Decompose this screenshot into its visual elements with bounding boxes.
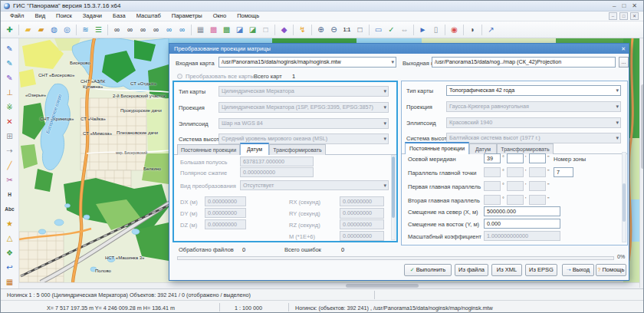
first-deg-field[interactable]	[484, 181, 501, 191]
open-map-icon[interactable]: ▰	[21, 24, 34, 36]
select-frame-icon[interactable]: ⊞	[2, 129, 18, 143]
tab-constant-projections[interactable]: Постоянные проекции	[177, 144, 240, 155]
text-tool-icon[interactable]: Abc	[2, 202, 18, 216]
nav-point-icon[interactable]: ↗	[485, 24, 498, 36]
open-site-icon[interactable]: ▰	[34, 24, 48, 36]
edit-object-icon[interactable]: ✎	[2, 56, 18, 71]
menu-view[interactable]: Вид	[30, 12, 50, 21]
cut-object-icon[interactable]: ✂	[2, 173, 18, 187]
menu-file[interactable]: Файл	[5, 12, 28, 21]
east-offset-field[interactable]: 0.000	[484, 219, 560, 229]
help-button[interactable]: ?Помощь	[596, 264, 626, 276]
object-select-icon[interactable]: ►	[416, 24, 429, 36]
open-geoportal-icon[interactable]: ◍	[48, 24, 61, 36]
zoom-out-icon[interactable]: ⊖	[327, 24, 340, 36]
second-sec-field[interactable]	[529, 195, 546, 205]
find-line-icon[interactable]: ∞	[150, 24, 163, 36]
view-apply-icon[interactable]: ✓	[385, 24, 398, 36]
mdi-restore-button[interactable]: □	[619, 12, 628, 20]
browse-button[interactable]: ...	[619, 57, 629, 68]
parallel-min-field[interactable]	[507, 167, 524, 177]
convert-all-radio[interactable]	[177, 74, 182, 79]
close-button[interactable]: ✕	[632, 2, 637, 9]
rx-field[interactable]: 0.00000000	[340, 196, 384, 206]
menu-parameters[interactable]: Параметры	[167, 12, 207, 21]
night-view-icon[interactable]: ◗	[466, 24, 479, 36]
find-next-icon[interactable]: ∞	[176, 24, 189, 36]
minimize-button[interactable]: –	[613, 2, 616, 9]
menu-window[interactable]: Окно	[209, 12, 231, 21]
axial-sec-field[interactable]	[529, 153, 546, 163]
from-epsg-button[interactable]: Из EPSG	[525, 264, 557, 276]
edit-points-icon[interactable]: ✎	[2, 71, 18, 85]
map-copy-icon[interactable]: ◎	[61, 24, 74, 36]
map-horizontal-scrollbar[interactable]	[19, 282, 639, 288]
marked-move-icon[interactable]: ◪	[233, 24, 246, 36]
dst-ellipsoid-select[interactable]: Красовский 1940▾	[446, 117, 621, 128]
ry-field[interactable]: 0.00000000	[340, 208, 384, 219]
tab-datum[interactable]: Датум	[469, 143, 497, 154]
marked-list-icon[interactable]: ▩	[207, 24, 220, 36]
scrollbar-thumb[interactable]	[392, 156, 395, 218]
find-point-icon[interactable]: ∞	[163, 24, 176, 36]
dz-field[interactable]: 0.00000000	[205, 219, 246, 229]
group-ops-icon[interactable]: ※	[2, 100, 18, 114]
zone-number-field[interactable]: 7	[554, 167, 573, 177]
object-pass-icon[interactable]: ▯	[429, 24, 442, 36]
src-projection-select[interactable]: Цилиндрическая Меркатора (1SP, EPSG:3395…	[219, 102, 389, 113]
layers-icon[interactable]: ≋	[79, 24, 92, 36]
from-xml-button[interactable]: Из XML	[491, 264, 522, 276]
parallel-deg-field[interactable]	[484, 167, 501, 177]
axial-min-field[interactable]	[507, 153, 524, 163]
second-min-field[interactable]	[507, 195, 524, 205]
dst-height-system-select[interactable]: Балтийская система высот (1977 г.)▾	[446, 133, 621, 143]
tab-constant-projections[interactable]: Постоянные проекции	[405, 142, 469, 154]
control-tool-icon[interactable]: △	[2, 231, 18, 245]
map-vertical-scrollbar[interactable]	[639, 38, 644, 288]
scrollbar-thumb[interactable]	[641, 84, 644, 169]
grid-select-icon[interactable]: ▦	[194, 24, 207, 36]
marked-apply-icon[interactable]: ▩	[220, 24, 233, 36]
dst-projection-select[interactable]: Гаусса-Крюгера равноугольная▾	[446, 101, 621, 112]
dialog-close-button[interactable]: ✕	[621, 44, 626, 54]
matrix-tool-icon[interactable]: ▦	[2, 275, 18, 289]
dialog-titlebar[interactable]: Преобразование проекции матрицы ✕	[169, 44, 629, 54]
first-min-field[interactable]	[507, 181, 524, 191]
src-map-type-select[interactable]: Цилиндрическая Меркатора▾	[219, 86, 389, 97]
zoom-in-icon[interactable]: ⊕	[314, 24, 327, 36]
dst-panel-scrollbar[interactable]	[622, 152, 626, 242]
scrollbar-thumb[interactable]	[346, 284, 419, 288]
new-map-icon[interactable]: ✚	[3, 24, 16, 36]
from-file-button[interactable]: Из файла	[455, 264, 488, 276]
scrollbar-thumb[interactable]	[623, 183, 626, 222]
code-tool-icon[interactable]: ★	[2, 216, 18, 231]
marked-edit-icon[interactable]: ◪	[246, 24, 259, 36]
move-fragment-icon[interactable]: ⇢	[2, 143, 18, 158]
create-object-icon[interactable]: ✎	[2, 41, 18, 56]
marked-clear-icon[interactable]: □	[259, 24, 272, 36]
height-tool-icon[interactable]: H	[2, 187, 18, 202]
north-offset-field[interactable]: 500000.000	[484, 206, 560, 216]
maximize-button[interactable]: □	[622, 2, 626, 9]
view-panel-icon[interactable]: ▭	[372, 24, 385, 36]
tab-datum[interactable]: Датум	[240, 143, 269, 155]
mdi-minimize-button[interactable]: –	[609, 12, 617, 20]
measure-icon[interactable]: ⊥	[2, 85, 18, 100]
tab-transform[interactable]: Трансформировать	[269, 144, 326, 155]
second-deg-field[interactable]	[484, 195, 501, 205]
zoom-actual-icon[interactable]: 1:1	[340, 24, 353, 36]
src-ellipsoid-select[interactable]: Шар на WGS 84▾	[219, 118, 389, 129]
tab-transform[interactable]: Трансформировать	[497, 143, 554, 154]
first-sec-field[interactable]	[529, 181, 546, 191]
flattening-field[interactable]: 0.000000000	[240, 167, 314, 177]
mdi-close-button[interactable]: ✕	[630, 12, 639, 20]
data-tree-icon[interactable]: ☰	[92, 24, 105, 36]
current-scale[interactable]: 1 : 100 000	[235, 305, 262, 311]
output-map-field[interactable]: /usr/Panorama15/data/nog../map (СК_42)Pr…	[432, 57, 616, 68]
find-area-icon[interactable]: ∞	[136, 24, 150, 36]
color-design-icon[interactable]: ◉	[448, 24, 461, 36]
scale-factor-field[interactable]: 1.000000000000	[484, 231, 560, 241]
menu-scale[interactable]: Масштаб	[132, 12, 166, 21]
exit-button[interactable]: ➝Выход	[562, 264, 594, 276]
dy-field[interactable]: 0.00000000	[205, 208, 246, 218]
